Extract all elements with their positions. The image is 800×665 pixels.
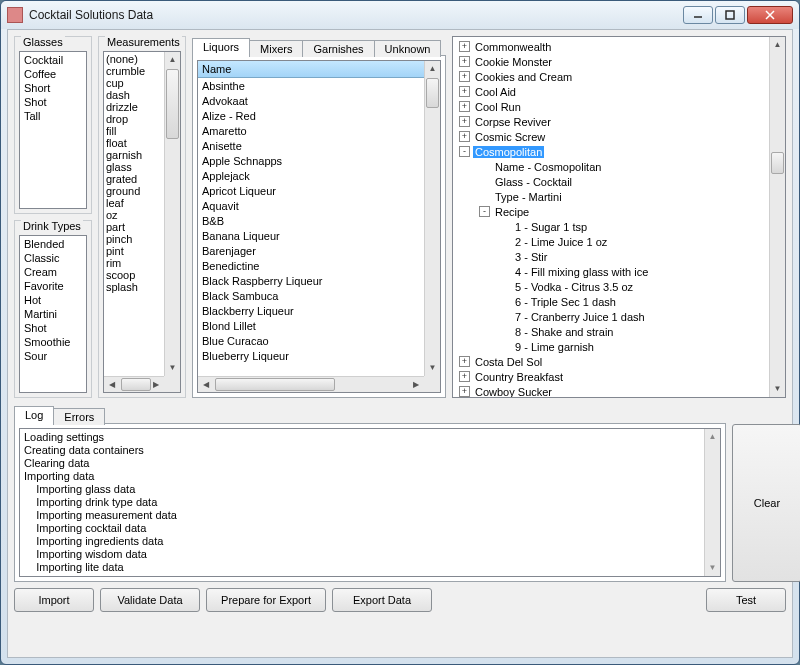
list-item[interactable]: Advokaat xyxy=(198,94,424,109)
list-item[interactable]: Blended xyxy=(22,237,84,251)
expand-icon[interactable]: + xyxy=(459,101,470,112)
titlebar[interactable]: Cocktail Solutions Data xyxy=(1,1,799,29)
list-item[interactable]: Absinthe xyxy=(198,79,424,94)
expand-icon[interactable]: + xyxy=(459,41,470,52)
list-item[interactable]: Anisette xyxy=(198,139,424,154)
tree-node[interactable]: +Cookie Monster xyxy=(453,54,769,69)
tree-node[interactable]: 3 - Stir xyxy=(453,249,769,264)
import-button[interactable]: Import xyxy=(14,588,94,612)
expand-icon[interactable]: + xyxy=(459,71,470,82)
list-item[interactable]: Apricot Liqueur xyxy=(198,184,424,199)
list-item[interactable]: Cream xyxy=(22,265,84,279)
tree-node-label[interactable]: Costa Del Sol xyxy=(473,356,544,368)
tree-node-label[interactable]: 3 - Stir xyxy=(513,251,549,263)
tree-node-label[interactable]: 4 - Fill mixing glass with ice xyxy=(513,266,650,278)
measurements-list[interactable]: (none)crumblecupdashdrizzledropfillfloat… xyxy=(103,51,181,393)
list-item[interactable]: drizzle xyxy=(106,101,162,113)
list-item[interactable]: Martini xyxy=(22,307,84,321)
tree-node[interactable]: 5 - Vodka - Citrus 3.5 oz xyxy=(453,279,769,294)
expand-icon[interactable]: + xyxy=(459,86,470,97)
tree-node[interactable]: +Cowboy Sucker xyxy=(453,384,769,398)
prepare-button[interactable]: Prepare for Export xyxy=(206,588,326,612)
list-item[interactable]: Alize - Red xyxy=(198,109,424,124)
glasses-list[interactable]: CocktailCoffeeShortShotTall xyxy=(19,51,87,209)
list-item[interactable]: splash xyxy=(106,281,162,293)
list-item[interactable]: rim xyxy=(106,257,162,269)
clear-button[interactable]: Clear xyxy=(732,424,800,582)
tree-node[interactable]: 4 - Fill mixing glass with ice xyxy=(453,264,769,279)
collapse-icon[interactable]: - xyxy=(479,206,490,217)
tab-unknown[interactable]: Unknown xyxy=(374,40,442,57)
tree-node[interactable]: +Commonwealth xyxy=(453,39,769,54)
tree-node[interactable]: 1 - Sugar 1 tsp xyxy=(453,219,769,234)
expand-icon[interactable]: + xyxy=(459,371,470,382)
tree-node-label[interactable]: Glass - Cocktail xyxy=(493,176,574,188)
list-item[interactable]: Blackberry Liqueur xyxy=(198,304,424,319)
list-item[interactable]: Aquavit xyxy=(198,199,424,214)
list-item[interactable]: Applejack xyxy=(198,169,424,184)
tree-node-label[interactable]: 5 - Vodka - Citrus 3.5 oz xyxy=(513,281,635,293)
scrollbar-vertical[interactable]: ▲ ▼ xyxy=(424,61,440,376)
tab-garnishes[interactable]: Garnishes xyxy=(302,40,374,57)
list-item[interactable]: Benedictine xyxy=(198,259,424,274)
liquors-listview[interactable]: Name AbsintheAdvokaatAlize - RedAmaretto… xyxy=(197,60,441,393)
list-item[interactable]: Shot xyxy=(22,95,84,109)
tree-node[interactable]: +Cosmic Screw xyxy=(453,129,769,144)
list-item[interactable]: leaf xyxy=(106,197,162,209)
list-item[interactable]: B&B xyxy=(198,214,424,229)
tree-node[interactable]: 6 - Triple Sec 1 dash xyxy=(453,294,769,309)
drinktypes-list[interactable]: BlendedClassicCreamFavoriteHotMartiniSho… xyxy=(19,235,87,393)
expand-icon[interactable]: + xyxy=(459,116,470,127)
log-textbox[interactable]: Loading settingsCreating data containers… xyxy=(19,428,721,577)
list-item[interactable]: oz xyxy=(106,209,162,221)
tab-errors[interactable]: Errors xyxy=(53,408,105,425)
list-item[interactable]: Coffee xyxy=(22,67,84,81)
list-item[interactable]: ground xyxy=(106,185,162,197)
list-item[interactable]: glass xyxy=(106,161,162,173)
tree-node-label[interactable]: Commonwealth xyxy=(473,41,553,53)
list-item[interactable]: drop xyxy=(106,113,162,125)
tree-node-label[interactable]: Cool Aid xyxy=(473,86,518,98)
tree-node-label[interactable]: 9 - Lime garnish xyxy=(513,341,596,353)
minimize-button[interactable] xyxy=(683,6,713,24)
tree-node[interactable]: +Country Breakfast xyxy=(453,369,769,384)
tree-node-label[interactable]: 2 - Lime Juice 1 oz xyxy=(513,236,609,248)
expand-icon[interactable]: + xyxy=(459,356,470,367)
tree-node-label[interactable]: Cookie Monster xyxy=(473,56,554,68)
list-item[interactable]: Barenjager xyxy=(198,244,424,259)
validate-button[interactable]: Validate Data xyxy=(100,588,200,612)
list-item[interactable]: Tall xyxy=(22,109,84,123)
list-item[interactable]: Sour xyxy=(22,349,84,363)
tree-node-label[interactable]: 7 - Cranberry Juice 1 dash xyxy=(513,311,647,323)
tree-node[interactable]: 2 - Lime Juice 1 oz xyxy=(453,234,769,249)
list-item[interactable]: Hot xyxy=(22,293,84,307)
tree-node[interactable]: 9 - Lime garnish xyxy=(453,339,769,354)
close-button[interactable] xyxy=(747,6,793,24)
tree-node[interactable]: +Cool Aid xyxy=(453,84,769,99)
cocktail-treeview[interactable]: +Commonwealth+Cookie Monster+Cookies and… xyxy=(452,36,786,398)
list-item[interactable]: scoop xyxy=(106,269,162,281)
tree-node-label[interactable]: Cookies and Cream xyxy=(473,71,574,83)
expand-icon[interactable]: + xyxy=(459,131,470,142)
tree-node-label[interactable]: 1 - Sugar 1 tsp xyxy=(513,221,589,233)
tree-node-label[interactable]: Cool Run xyxy=(473,101,523,113)
list-item[interactable]: part xyxy=(106,221,162,233)
list-item[interactable]: Blueberry Liqueur xyxy=(198,349,424,364)
list-item[interactable]: dash xyxy=(106,89,162,101)
list-item[interactable]: Short xyxy=(22,81,84,95)
tree-node-label[interactable]: Cosmopolitan xyxy=(473,146,544,158)
list-item[interactable]: float xyxy=(106,137,162,149)
list-item[interactable]: Classic xyxy=(22,251,84,265)
liquors-column-header[interactable]: Name xyxy=(198,61,424,78)
expand-icon[interactable]: + xyxy=(459,56,470,67)
maximize-button[interactable] xyxy=(715,6,745,24)
export-button[interactable]: Export Data xyxy=(332,588,432,612)
tree-node-label[interactable]: Corpse Reviver xyxy=(473,116,553,128)
tree-node[interactable]: 7 - Cranberry Juice 1 dash xyxy=(453,309,769,324)
tree-node-label[interactable]: Name - Cosmopolitan xyxy=(493,161,603,173)
list-item[interactable]: Favorite xyxy=(22,279,84,293)
tree-node-label[interactable]: Cosmic Screw xyxy=(473,131,547,143)
expand-icon[interactable]: + xyxy=(459,386,470,397)
list-item[interactable]: pinch xyxy=(106,233,162,245)
tree-node[interactable]: 8 - Shake and strain xyxy=(453,324,769,339)
